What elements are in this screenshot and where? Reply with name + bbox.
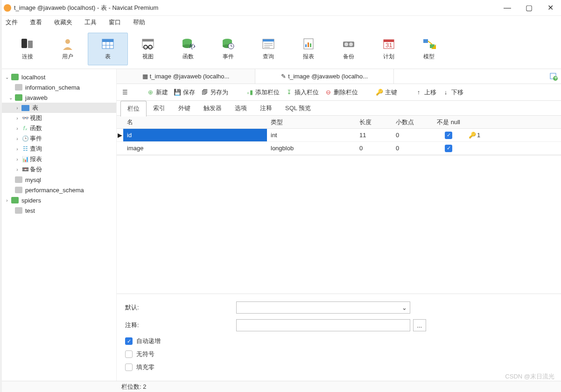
col-header-len[interactable]: 长度 bbox=[356, 118, 392, 126]
menu-file[interactable]: 文件 bbox=[6, 18, 18, 27]
new-button[interactable]: ⊕新建 bbox=[147, 88, 168, 97]
node-views[interactable]: ›👓视图 bbox=[0, 113, 116, 123]
table-icon: ▦ bbox=[142, 73, 148, 80]
default-select[interactable]: ⌄ bbox=[236, 301, 410, 314]
menu-tools[interactable]: 工具 bbox=[84, 18, 97, 27]
tb-query[interactable]: 查询 bbox=[248, 33, 288, 65]
node-queries[interactable]: ›☷查询 bbox=[0, 144, 116, 154]
zerofill-checkbox[interactable] bbox=[125, 364, 133, 371]
subtab-indexes[interactable]: 索引 bbox=[147, 101, 172, 116]
tb-table[interactable]: 表 bbox=[88, 33, 128, 65]
add-col-button[interactable]: ₊▮添加栏位 bbox=[246, 88, 280, 97]
row-marker-icon: ▶ bbox=[117, 132, 123, 139]
sub-tabs: 栏位 索引 外键 触发器 选项 注释 SQL 预览 bbox=[117, 101, 561, 116]
svg-line-40 bbox=[428, 41, 432, 44]
up-button[interactable]: ↑上移 bbox=[415, 88, 436, 97]
db-icon bbox=[15, 207, 22, 214]
window-title: t_image @javaweb (localhost) - 表 - Navic… bbox=[14, 4, 497, 12]
node-spiders[interactable]: ›spiders bbox=[0, 195, 116, 205]
comment-more-button[interactable]: ... bbox=[413, 319, 426, 331]
svg-rect-29 bbox=[305, 44, 307, 47]
notnull-checkbox[interactable]: ✓ bbox=[445, 132, 452, 139]
col-header-name[interactable]: 名 bbox=[123, 118, 267, 126]
svg-rect-31 bbox=[310, 43, 311, 47]
app-icon bbox=[4, 4, 11, 12]
pkey-button[interactable]: 🔑主键 bbox=[376, 88, 397, 97]
editor-tabs: ▦t_image @javaweb (localho... ✎t_image @… bbox=[117, 69, 561, 84]
main-toolbar: 连接 用户 表 视图 f(x)函数 事件 查询 报表 备份 31计划 模型 bbox=[0, 29, 561, 69]
node-backups[interactable]: ›📼备份 bbox=[0, 164, 116, 175]
close-button[interactable]: ✕ bbox=[540, 0, 561, 16]
tab-t-image-1[interactable]: ▦t_image @javaweb (localho... bbox=[117, 69, 255, 84]
node-tables[interactable]: ›表 bbox=[0, 103, 116, 113]
tb-report[interactable]: 报表 bbox=[288, 33, 329, 65]
menu-help[interactable]: 帮助 bbox=[133, 18, 145, 27]
node-info-schema[interactable]: information_schema bbox=[0, 82, 116, 92]
minimize-button[interactable]: — bbox=[497, 0, 518, 16]
tb-user[interactable]: 用户 bbox=[48, 33, 88, 65]
node-events[interactable]: ›🕒事件 bbox=[0, 133, 116, 144]
titlebar: t_image @javaweb (localhost) - 表 - Navic… bbox=[0, 0, 561, 16]
node-perf-schema[interactable]: performance_schema bbox=[0, 185, 116, 195]
db-icon bbox=[15, 176, 22, 183]
saveas-button[interactable]: 🗐另存为 bbox=[201, 88, 228, 97]
chevron-down-icon: ⌄ bbox=[402, 304, 407, 311]
subtab-options[interactable]: 选项 bbox=[228, 101, 253, 116]
col-header-type[interactable]: 类型 bbox=[267, 118, 356, 126]
subtab-comment[interactable]: 注释 bbox=[253, 101, 279, 116]
svg-rect-24 bbox=[263, 39, 274, 42]
tb-function[interactable]: f(x)函数 bbox=[168, 33, 208, 65]
menu-view[interactable]: 查看 bbox=[30, 18, 42, 27]
db-icon bbox=[15, 84, 22, 91]
status-text: 栏位数: 2 bbox=[121, 383, 146, 391]
table-icon bbox=[21, 105, 29, 111]
subtab-triggers[interactable]: 触发器 bbox=[197, 101, 228, 116]
func-icon: fₓ bbox=[21, 125, 29, 132]
node-functions[interactable]: ›fₓ函数 bbox=[0, 123, 116, 133]
table-row[interactable]: image longblob 0 0 ✓ bbox=[117, 142, 561, 155]
col-header-nn[interactable]: 不是 null bbox=[428, 118, 465, 126]
node-reports[interactable]: ›📊报表 bbox=[0, 154, 116, 164]
tb-connect[interactable]: 连接 bbox=[7, 33, 48, 65]
node-mysql[interactable]: mysql bbox=[0, 175, 116, 185]
svg-rect-4 bbox=[102, 39, 113, 42]
db-icon bbox=[15, 94, 22, 101]
menu-favorites[interactable]: 收藏夹 bbox=[54, 18, 72, 27]
menubar: 文件 查看 收藏夹 工具 窗口 帮助 bbox=[0, 16, 561, 29]
tb-views[interactable]: 视图 bbox=[128, 33, 168, 65]
subtab-sql[interactable]: SQL 预览 bbox=[279, 101, 317, 116]
svg-rect-38 bbox=[423, 39, 428, 43]
insert-col-button[interactable]: ↧插入栏位 bbox=[285, 88, 319, 97]
columns-grid[interactable]: 名 类型 长度 小数点 不是 null ▶ id int 11 0 ✓ 🔑1 i… bbox=[117, 116, 561, 155]
node-localhost[interactable]: ⌄localhost bbox=[0, 72, 116, 82]
views-icon: 👓 bbox=[21, 115, 29, 121]
connection-tree[interactable]: ⌄localhost information_schema ⌄javaweb ›… bbox=[0, 69, 117, 381]
unsigned-checkbox[interactable] bbox=[125, 350, 133, 358]
tb-event[interactable]: 事件 bbox=[208, 33, 248, 65]
delete-col-button[interactable]: ⊖删除栏位 bbox=[324, 88, 358, 97]
tab-t-image-2[interactable]: ✎t_image @javaweb (localho... bbox=[255, 69, 394, 84]
add-tab-button[interactable]: + bbox=[546, 69, 561, 84]
subtab-fk[interactable]: 外键 bbox=[172, 101, 197, 116]
comment-input[interactable] bbox=[236, 319, 410, 331]
node-test[interactable]: test bbox=[0, 205, 116, 216]
svg-rect-30 bbox=[308, 42, 309, 47]
down-button[interactable]: ↓下移 bbox=[442, 88, 463, 97]
menu-window[interactable]: 窗口 bbox=[109, 18, 121, 27]
default-label: 默认: bbox=[125, 303, 236, 312]
menu-button[interactable]: ☰ bbox=[121, 89, 129, 96]
db-icon bbox=[15, 187, 22, 193]
notnull-checkbox[interactable]: ✓ bbox=[445, 145, 452, 152]
subtab-columns[interactable]: 栏位 bbox=[120, 101, 147, 117]
tb-schedule[interactable]: 31计划 bbox=[369, 33, 409, 65]
maximize-button[interactable]: ▢ bbox=[518, 0, 540, 16]
query-icon: ☷ bbox=[21, 146, 29, 152]
table-row[interactable]: ▶ id int 11 0 ✓ 🔑1 bbox=[117, 129, 561, 142]
col-header-dec[interactable]: 小数点 bbox=[392, 118, 428, 126]
autoinc-checkbox[interactable]: ✓ bbox=[125, 337, 133, 345]
tb-backup[interactable]: 备份 bbox=[329, 33, 369, 65]
svg-rect-0 bbox=[21, 39, 27, 48]
node-javaweb[interactable]: ⌄javaweb bbox=[0, 92, 116, 103]
save-button[interactable]: 💾保存 bbox=[174, 88, 195, 97]
tb-model[interactable]: 模型 bbox=[409, 33, 449, 65]
